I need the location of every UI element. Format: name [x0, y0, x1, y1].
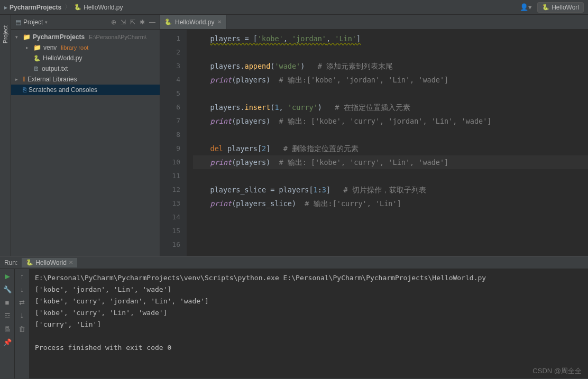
project-panel: ▤ Project ▾ ⊕ ⇲ ⇱ ✱ — ▾ 📁 PycharmProject… — [11, 15, 160, 256]
editor-tabs: 🐍 HelloWorld.py ✕ — [160, 15, 588, 30]
settings-icon[interactable]: ✱ — [140, 19, 145, 26]
wrap-icon[interactable]: ⇄ — [19, 299, 25, 307]
chevron-right-icon[interactable]: ▸ — [26, 45, 31, 50]
run-toolbar-right: ↑ ↓ ⇄ ⤓ 🗑 — [15, 269, 30, 378]
tree-scratches[interactable]: ⎘ Scratches and Consoles — [11, 85, 160, 95]
breadcrumb: ▸ PycharmProjects 〉 🐍 HelloWorld.py — [4, 3, 123, 12]
console-output[interactable]: E:\Personal\PyCharm\PycharmProjects\venv… — [30, 269, 588, 378]
tree-external-libs[interactable]: ▸ 𝕀 External Libraries — [11, 74, 160, 85]
tree-root[interactable]: ▾ 📁 PycharmProjects E:\Personal\PyCharm\ — [11, 32, 160, 42]
folder-icon: 📁 — [33, 44, 41, 51]
project-tree: ▾ 📁 PycharmProjects E:\Personal\PyCharm\… — [11, 30, 160, 97]
library-icon: 𝕀 — [23, 76, 25, 83]
breadcrumb-project[interactable]: ▸ PycharmProjects — [4, 4, 61, 11]
run-panel: Run: 🐍 HelloWorld ✕ ▶ 🔧 ■ ☲ 🖶 📌 ↑ ↓ ⇄ ⤓ … — [0, 256, 588, 378]
scroll-icon[interactable]: ⤓ — [19, 312, 25, 320]
editor-body[interactable]: 12345678910111213141516 players = ['kobe… — [160, 30, 588, 256]
folder-icon: ▸ — [4, 4, 7, 11]
run-tab-label: HelloWorld — [35, 259, 66, 266]
up-icon[interactable]: ↑ — [20, 272, 24, 280]
tree-file-txt[interactable]: 🗎 output.txt — [11, 63, 160, 74]
clear-icon[interactable]: 🗑 — [19, 325, 25, 333]
project-panel-header: ▤ Project ▾ ⊕ ⇲ ⇱ ✱ — — [11, 15, 160, 30]
locate-icon[interactable]: ⊕ — [111, 19, 116, 26]
print-icon[interactable]: 🖶 — [4, 325, 11, 333]
python-icon: 🐍 — [26, 259, 33, 266]
scratches-icon: ⎘ — [23, 86, 26, 94]
project-title: Project — [23, 19, 43, 26]
run-toolbar-left: ▶ 🔧 ■ ☲ 🖶 📌 — [0, 269, 15, 378]
close-icon[interactable]: ✕ — [69, 260, 73, 265]
dropdown-icon[interactable]: ▾ — [45, 20, 48, 25]
code-area[interactable]: players = ['kobe', 'jordan', 'Lin'] play… — [187, 30, 588, 256]
run-header: Run: 🐍 HelloWorld ✕ — [0, 256, 588, 269]
editor-area: 🐍 HelloWorld.py ✕ 1234567891011121314151… — [160, 15, 588, 256]
run-config-selector[interactable]: 🐍 HelloWorl — [537, 2, 584, 13]
collapse-icon[interactable]: ⇱ — [130, 19, 135, 26]
breadcrumb-file[interactable]: 🐍 HelloWorld.py — [74, 4, 123, 11]
close-icon[interactable]: ✕ — [217, 19, 222, 25]
editor-gutter: 12345678910111213141516 — [160, 30, 187, 256]
project-icon: ▤ — [15, 19, 21, 26]
python-icon: 🐍 — [74, 4, 81, 11]
run-body: ▶ 🔧 ■ ☲ 🖶 📌 ↑ ↓ ⇄ ⤓ 🗑 E:\Personal\PyChar… — [0, 269, 588, 378]
python-icon: 🐍 — [164, 19, 172, 25]
user-icon[interactable]: 👤▾ — [520, 3, 532, 11]
wrench-icon[interactable]: 🔧 — [3, 285, 12, 293]
layout-icon[interactable]: ☲ — [4, 312, 11, 320]
chevron-right-icon[interactable]: ▸ — [15, 77, 21, 82]
file-icon: 🗎 — [33, 65, 40, 72]
top-right-controls: 👤▾ 🐍 HelloWorl — [520, 2, 584, 13]
stop-icon[interactable]: ■ — [5, 299, 10, 307]
pin-icon[interactable]: 📌 — [3, 338, 12, 346]
python-icon: 🐍 — [33, 55, 41, 62]
project-side-tab[interactable]: Project — [0, 15, 11, 256]
run-label: Run: — [4, 259, 17, 266]
rerun-icon[interactable]: ▶ — [5, 272, 10, 280]
hide-icon[interactable]: — — [149, 19, 155, 26]
tree-file-py[interactable]: 🐍 HelloWorld.py — [11, 53, 160, 63]
side-tab-label: Project — [2, 25, 8, 43]
tree-venv[interactable]: ▸ 📁 venv library root — [11, 42, 160, 53]
editor-tab[interactable]: 🐍 HelloWorld.py ✕ — [160, 15, 226, 29]
editor-tab-label: HelloWorld.py — [175, 19, 214, 26]
top-bar: ▸ PycharmProjects 〉 🐍 HelloWorld.py 👤▾ 🐍… — [0, 0, 588, 15]
main-layout: Project ▤ Project ▾ ⊕ ⇲ ⇱ ✱ — ▾ 📁 Pychar… — [0, 15, 588, 256]
run-tab[interactable]: 🐍 HelloWorld ✕ — [22, 258, 77, 267]
python-icon: 🐍 — [542, 4, 549, 11]
folder-icon: 📁 — [23, 33, 31, 41]
chevron-icon: 〉 — [65, 3, 71, 12]
watermark: CSDN @周全全 — [532, 366, 582, 376]
down-icon[interactable]: ↓ — [20, 285, 24, 293]
expand-icon[interactable]: ⇲ — [121, 19, 126, 26]
chevron-down-icon[interactable]: ▾ — [15, 34, 21, 40]
